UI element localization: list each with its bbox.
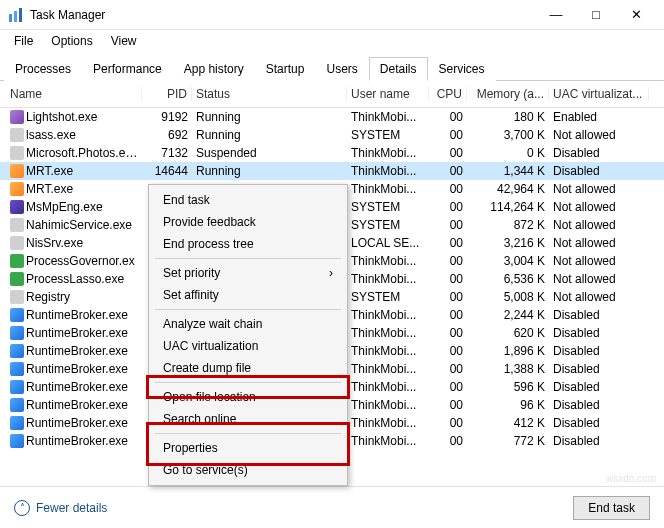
cell-user: ThinkMobi... <box>347 380 429 394</box>
col-memory[interactable]: Memory (a... <box>467 87 549 101</box>
fewer-details-label: Fewer details <box>36 501 107 515</box>
process-icon <box>10 290 24 304</box>
cell-memory: 96 K <box>467 398 549 412</box>
cell-user: ThinkMobi... <box>347 362 429 376</box>
col-name[interactable]: Name <box>6 87 142 101</box>
cell-memory: 1,388 K <box>467 362 549 376</box>
table-row[interactable]: lsass.exe692RunningSYSTEM003,700 KNot al… <box>0 126 664 144</box>
ctx-dump[interactable]: Create dump file <box>149 357 347 379</box>
process-icon <box>10 344 24 358</box>
ctx-feedback[interactable]: Provide feedback <box>149 211 347 233</box>
tab-performance[interactable]: Performance <box>82 57 173 81</box>
cell-user: SYSTEM <box>347 200 429 214</box>
maximize-button[interactable]: □ <box>576 1 616 29</box>
col-cpu[interactable]: CPU <box>429 87 467 101</box>
process-name: RuntimeBroker.exe <box>26 326 128 340</box>
tab-services[interactable]: Services <box>428 57 496 81</box>
process-icon <box>10 308 24 322</box>
ctx-properties[interactable]: Properties <box>149 437 347 459</box>
cell-uac: Disabled <box>549 380 649 394</box>
col-user[interactable]: User name <box>347 87 429 101</box>
cell-uac: Disabled <box>549 434 649 448</box>
col-pid[interactable]: PID <box>142 87 192 101</box>
ctx-set-priority[interactable]: Set priority › <box>149 262 347 284</box>
table-row[interactable]: MRT.exe14644RunningThinkMobi...001,344 K… <box>0 162 664 180</box>
cell-uac: Not allowed <box>549 236 649 250</box>
minimize-button[interactable]: — <box>536 1 576 29</box>
ctx-set-affinity[interactable]: Set affinity <box>149 284 347 306</box>
process-icon <box>10 398 24 412</box>
cell-user: ThinkMobi... <box>347 272 429 286</box>
ctx-open-location[interactable]: Open file location <box>149 386 347 408</box>
process-name: NahimicService.exe <box>26 218 132 232</box>
cell-memory: 596 K <box>467 380 549 394</box>
ctx-uac-virt[interactable]: UAC virtualization <box>149 335 347 357</box>
cell-user: ThinkMobi... <box>347 434 429 448</box>
cell-memory: 0 K <box>467 146 549 160</box>
cell-cpu: 00 <box>429 290 467 304</box>
cell-cpu: 00 <box>429 308 467 322</box>
ctx-end-task[interactable]: End task <box>149 189 347 211</box>
process-name: ProcessLasso.exe <box>26 272 124 286</box>
cell-user: ThinkMobi... <box>347 344 429 358</box>
close-button[interactable]: ✕ <box>616 1 656 29</box>
table-row[interactable]: Microsoft.Photos.exe7132SuspendedThinkMo… <box>0 144 664 162</box>
ctx-analyze[interactable]: Analyze wait chain <box>149 313 347 335</box>
col-status[interactable]: Status <box>192 87 347 101</box>
cell-memory: 2,244 K <box>467 308 549 322</box>
chevron-right-icon: › <box>329 266 333 280</box>
tab-app-history[interactable]: App history <box>173 57 255 81</box>
cell-user: SYSTEM <box>347 128 429 142</box>
ctx-go-services[interactable]: Go to service(s) <box>149 459 347 481</box>
process-name: Microsoft.Photos.exe <box>26 146 138 160</box>
cell-cpu: 00 <box>429 326 467 340</box>
svg-rect-2 <box>19 8 22 22</box>
cell-uac: Disabled <box>549 362 649 376</box>
table-row[interactable]: Lightshot.exe9192RunningThinkMobi...0018… <box>0 108 664 126</box>
cell-uac: Not allowed <box>549 200 649 214</box>
process-name: Lightshot.exe <box>26 110 97 124</box>
cell-status: Suspended <box>192 146 347 160</box>
process-icon <box>10 164 24 178</box>
task-manager-icon <box>8 7 24 23</box>
cell-user: ThinkMobi... <box>347 182 429 196</box>
ctx-search-online[interactable]: Search online <box>149 408 347 430</box>
cell-memory: 6,536 K <box>467 272 549 286</box>
process-icon <box>10 254 24 268</box>
tab-processes[interactable]: Processes <box>4 57 82 81</box>
process-name: MsMpEng.exe <box>26 200 103 214</box>
cell-user: ThinkMobi... <box>347 308 429 322</box>
column-headers: Name PID Status User name CPU Memory (a.… <box>0 81 664 108</box>
tab-details[interactable]: Details <box>369 57 428 81</box>
ctx-set-priority-label: Set priority <box>163 266 220 280</box>
process-icon <box>10 218 24 232</box>
menu-options[interactable]: Options <box>43 32 100 50</box>
cell-uac: Not allowed <box>549 254 649 268</box>
fewer-details-button[interactable]: ˄ Fewer details <box>14 500 107 516</box>
tab-startup[interactable]: Startup <box>255 57 316 81</box>
process-icon <box>10 434 24 448</box>
process-icon <box>10 146 24 160</box>
cell-uac: Not allowed <box>549 290 649 304</box>
end-task-button[interactable]: End task <box>573 496 650 520</box>
menu-view[interactable]: View <box>103 32 145 50</box>
cell-pid: 692 <box>142 128 192 142</box>
cell-cpu: 00 <box>429 254 467 268</box>
cell-status: Running <box>192 110 347 124</box>
cell-uac: Disabled <box>549 398 649 412</box>
cell-uac: Disabled <box>549 344 649 358</box>
cell-memory: 3,004 K <box>467 254 549 268</box>
ctx-end-tree[interactable]: End process tree <box>149 233 347 255</box>
process-name: NisSrv.exe <box>26 236 83 250</box>
cell-cpu: 00 <box>429 164 467 178</box>
process-icon <box>10 326 24 340</box>
menu-file[interactable]: File <box>6 32 41 50</box>
cell-user: ThinkMobi... <box>347 254 429 268</box>
process-icon <box>10 362 24 376</box>
cell-cpu: 00 <box>429 362 467 376</box>
col-uac[interactable]: UAC virtualizat... <box>549 87 649 101</box>
tab-users[interactable]: Users <box>315 57 368 81</box>
process-icon <box>10 380 24 394</box>
cell-user: ThinkMobi... <box>347 164 429 178</box>
cell-cpu: 00 <box>429 434 467 448</box>
